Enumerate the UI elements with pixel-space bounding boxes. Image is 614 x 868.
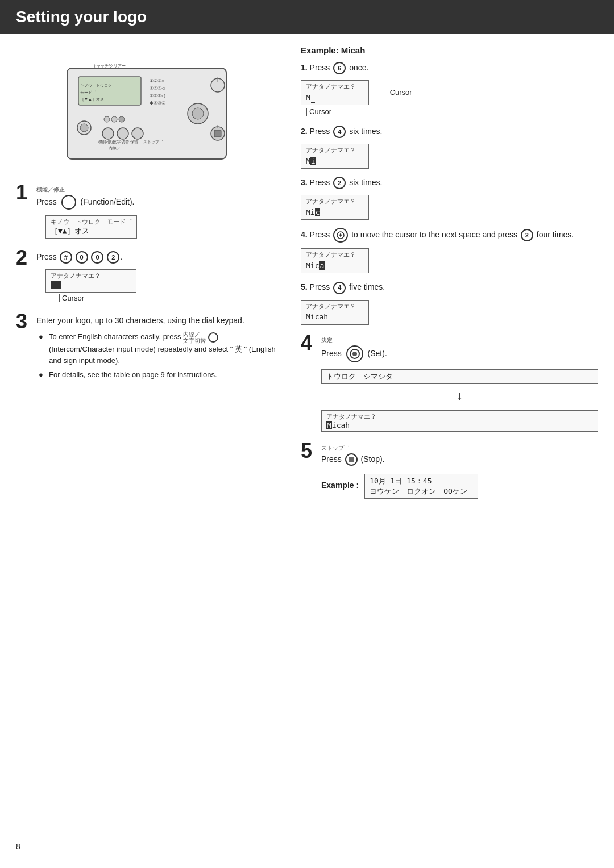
step-1-content: 機能／修正 Press (Function/Edit). キノウ トウロク モー… [36,182,277,239]
step1-screen-jp: キノウ トウロク モード゛ [51,218,132,226]
example-screen-line2: ヨウケン ロクオン OOケン [370,486,473,496]
svg-point-14 [102,128,114,139]
bullet2-text: For details, see the table on page 9 for… [49,369,217,381]
step-2-block: 2 Press # 0 0 2. アナタノナマエ？ Cursor [16,248,277,302]
step2-screen-content [51,281,61,289]
svg-point-11 [104,116,110,122]
svg-text:モード゛: モード゛ [80,90,96,94]
bullet2: ● For details, see the table on page 9 f… [39,369,277,381]
step-2-content: Press # 0 0 2. アナタノナマエ？ Cursor [36,248,277,302]
svg-point-15 [117,128,128,139]
svg-point-16 [132,128,143,139]
device-illustration: キノウ トウロク モード゛ ［▼▲］オス ①②③○ ④⑤⑥◁ ⑦⑧⑨◁ ✱④⑩② [56,45,238,172]
right-step1-screen: アナタノナマエ？ M [301,80,369,105]
step-1-block: 1 機能／修正 Press (Function/Edit). キノウ トウロク … [16,182,277,239]
step-2-number: 2 [16,248,32,268]
right-step3-button[interactable]: 2 [333,177,346,189]
hash-button[interactable]: # [60,251,72,264]
right-step1-cursor: Cursor [309,106,331,118]
svg-text:⑦⑧⑨◁: ⑦⑧⑨◁ [150,93,165,98]
right-step-1: 1. Press 6 once. アナタノナマエ？ M Cursor [301,62,598,118]
function-edit-button[interactable] [61,195,76,210]
svg-text:✱④⑩②: ✱④⑩② [150,101,165,106]
step3-text: Enter your logo, up to 30 characters, us… [36,315,277,327]
bullet1: ● To enter English characters easily, pr… [39,331,277,366]
svg-point-10 [80,124,88,132]
step1-screen: キノウ トウロク モード゛ ［▼▲］オス [45,215,137,239]
right-step5-screen-content: Micah [306,312,328,321]
page-header: Setting your logo [0,0,614,34]
right-step3-screen: アナタノナマエ？ Mic [301,195,369,220]
step-stop-number: 5 [301,441,317,461]
step-3-content: Enter your logo, up to 30 characters, us… [36,311,277,384]
svg-point-12 [111,116,117,122]
svg-text:キノウ　トウロク: キノウ トウロク [80,84,112,87]
right-step1-button[interactable]: 6 [333,62,346,74]
svg-marker-32 [339,235,342,237]
zero2-button[interactable]: 0 [91,251,103,264]
svg-marker-31 [339,233,342,235]
step1-jp-label: 機能／修正 [36,186,65,193]
step2-screen-jp: アナタノナマエ？ [51,272,131,280]
svg-text:［▼▲］オス: ［▼▲］オス [80,97,104,102]
step3-bullets: ● To enter English characters easily, pr… [39,331,277,381]
step-set-arrow: ↓ [321,389,598,403]
step1-text2: (Function/Edit). [81,197,135,206]
svg-text:ストップ゛: ストップ゛ [143,140,163,144]
right-step1-cursor-label: Cursor [390,88,412,97]
zero1-button[interactable]: 0 [76,251,88,264]
svg-text:保留: 保留 [130,140,138,144]
stop-button[interactable] [345,453,358,466]
page-number: 8 [16,842,20,851]
right-step-3: 3. Press 2 six times. アナタノナマエ？ Mic [301,177,598,220]
step-stop-jp-label: ストップ゛ [321,445,350,451]
right-step-2: 2. Press 4 six times. アナタノナマエ？ Mi [301,126,598,169]
svg-point-13 [119,116,125,122]
right-step4-screen: アナタノナマエ？ Mica [301,248,369,273]
intercom-char-button[interactable] [208,332,218,343]
step-1-number: 1 [16,182,32,203]
svg-text:①②③○: ①②③○ [150,78,164,84]
right-step5-screen: アナタノナマエ？ Micah [301,300,369,325]
right-step2-num: 2. [301,127,308,136]
step1-screen-content: ［▼▲］オス [51,227,89,235]
svg-point-34 [352,352,357,356]
step-3-block: 3 Enter your logo, up to 30 characters, … [16,311,277,384]
right-step1-text2: once. [349,63,368,72]
right-step2-screen: アナタノナマエ？ Mi [301,144,369,169]
example-label: Example : [321,481,359,490]
step-set-jp-label: 決定 [321,337,333,343]
set-button[interactable] [346,345,363,362]
step1-press-text: Press [36,197,57,206]
two-button[interactable]: 2 [107,251,119,264]
step-3-number: 3 [16,311,32,332]
cursor-move-button[interactable] [333,228,348,243]
svg-text:内線／: 内線／ [109,146,121,151]
svg-rect-21 [214,130,221,137]
step-set-screen1: トウロク シマシタ [321,369,598,384]
right-step5-button[interactable]: 4 [333,282,346,294]
svg-text:キャッチ/クリアー: キャッチ/クリアー [93,64,126,68]
step2-press-text: Press [36,252,57,261]
step2-cursor-label: Cursor [62,294,84,302]
step-set-number: 4 [301,333,317,353]
example-title: Example: Micah [301,45,598,55]
right-column: Example: Micah 1. Press 6 once. アナタノナマエ？… [289,45,598,508]
right-step1-text: Press [310,63,330,72]
example-screen-line1: 10月 1日 15：45 [370,476,473,486]
svg-point-18 [192,108,204,119]
left-column: キノウ トウロク モード゛ ［▼▲］オス ①②③○ ④⑤⑥◁ ⑦⑧⑨◁ ✱④⑩② [16,45,277,508]
step2-screen: アナタノナマエ？ [45,269,136,293]
right-step4-button2[interactable]: 2 [521,229,533,241]
step-set-screen2: アナタノナマエ？ Micah [321,410,598,432]
right-step-5: 5. Press 4 five times. アナタノナマエ？ Micah [301,281,598,324]
right-step1-num: 1. [301,63,308,72]
right-step-4: 4. Press to move the cursor to the next … [301,228,598,273]
right-step2-button[interactable]: 4 [333,126,346,138]
svg-text:文字切替: 文字切替 [113,140,129,144]
step-set-screen1-content: トウロク シマシタ [326,372,393,381]
right-step5-num: 5. [301,282,308,291]
step-stop-block: 5 ストップ゛ Press (Stop). Example : 10月 1日 1… [301,441,598,499]
page-title: Setting your logo [16,8,147,26]
example-screen: 10月 1日 15：45 ヨウケン ロクオン OOケン [364,474,478,499]
